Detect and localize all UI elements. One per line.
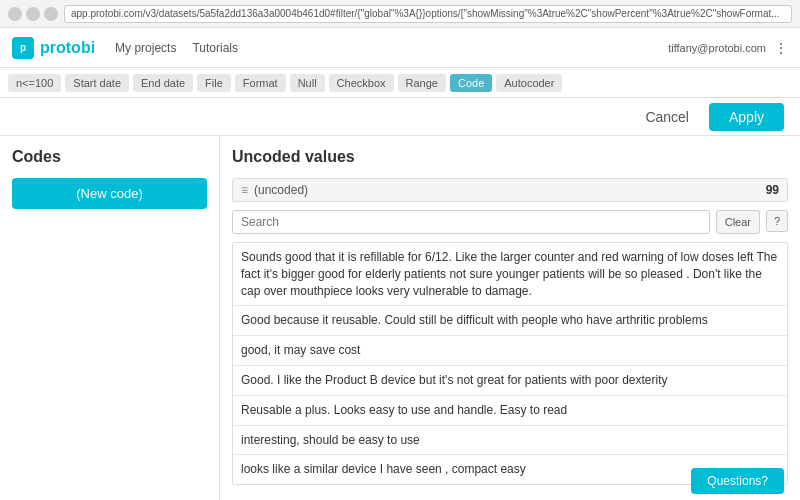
nav-my-projects[interactable]: My projects bbox=[115, 41, 176, 55]
new-code-button[interactable]: (New code) bbox=[12, 178, 207, 209]
list-item[interactable]: Sounds good that it is refillable for 6/… bbox=[233, 243, 787, 306]
logo[interactable]: p protobi bbox=[12, 37, 95, 59]
logo-icon: p bbox=[12, 37, 34, 59]
filter-tab-end-date[interactable]: End date bbox=[133, 74, 193, 92]
user-email: tiffany@protobi.com bbox=[668, 42, 766, 54]
questions-button[interactable]: Questions? bbox=[691, 468, 784, 494]
filter-tab-checkbox[interactable]: Checkbox bbox=[329, 74, 394, 92]
questions-bar: Questions? bbox=[675, 462, 800, 500]
help-button[interactable]: ? bbox=[766, 210, 788, 232]
browser-back[interactable] bbox=[8, 7, 22, 21]
filter-tab-autocoder[interactable]: Autocoder bbox=[496, 74, 562, 92]
logo-text: protobi bbox=[40, 39, 95, 57]
filter-tab-file[interactable]: File bbox=[197, 74, 231, 92]
menu-icon[interactable]: ⋮ bbox=[774, 40, 788, 56]
cancel-button[interactable]: Cancel bbox=[635, 105, 699, 129]
filter-tab-n<=100[interactable]: n<=100 bbox=[8, 74, 61, 92]
filter-tabs: n<=100Start dateEnd dateFileFormatNullCh… bbox=[0, 68, 800, 98]
uncoded-label: (uncoded) bbox=[254, 183, 760, 197]
list-item[interactable]: interesting, should be easy to use bbox=[233, 426, 787, 456]
list-item[interactable]: Good because it reusable. Could still be… bbox=[233, 306, 787, 336]
browser-reload[interactable] bbox=[44, 7, 58, 21]
nav-tutorials[interactable]: Tutorials bbox=[192, 41, 238, 55]
browser-controls bbox=[8, 7, 58, 21]
header-nav: My projects Tutorials bbox=[115, 41, 238, 55]
search-input[interactable] bbox=[232, 210, 710, 234]
apply-button[interactable]: Apply bbox=[709, 103, 784, 131]
values-list: Sounds good that it is refillable for 6/… bbox=[232, 242, 788, 485]
filter-tab-code[interactable]: Code bbox=[450, 74, 492, 92]
browser-forward[interactable] bbox=[26, 7, 40, 21]
uncoded-panel: Uncoded values ≡ (uncoded) 99 Clear ? So… bbox=[220, 136, 800, 500]
drag-icon: ≡ bbox=[241, 183, 248, 197]
app-header: p protobi My projects Tutorials tiffany@… bbox=[0, 28, 800, 68]
action-bar: Cancel Apply bbox=[0, 98, 800, 136]
address-bar[interactable]: app.protobi.com/v3/datasets/5a5fa2dd136a… bbox=[64, 5, 792, 23]
uncoded-label-row: ≡ (uncoded) 99 bbox=[232, 178, 788, 202]
filter-tab-start-date[interactable]: Start date bbox=[65, 74, 129, 92]
browser-bar: app.protobi.com/v3/datasets/5a5fa2dd136a… bbox=[0, 0, 800, 28]
codes-title: Codes bbox=[12, 148, 207, 166]
uncoded-count: 99 bbox=[766, 183, 779, 197]
header-right: tiffany@protobi.com ⋮ bbox=[668, 40, 788, 56]
list-item[interactable]: good, it may save cost bbox=[233, 336, 787, 366]
codes-panel: Codes (New code) bbox=[0, 136, 220, 500]
list-item[interactable]: Good. I like the Product B device but it… bbox=[233, 366, 787, 396]
header-left: p protobi My projects Tutorials bbox=[12, 37, 238, 59]
search-row: Clear ? bbox=[232, 210, 788, 234]
list-item[interactable]: Reusable a plus. Looks easy to use and h… bbox=[233, 396, 787, 426]
filter-tab-format[interactable]: Format bbox=[235, 74, 286, 92]
uncoded-title: Uncoded values bbox=[232, 148, 788, 166]
clear-button[interactable]: Clear bbox=[716, 210, 760, 234]
main-content: Codes (New code) Uncoded values ≡ (uncod… bbox=[0, 136, 800, 500]
filter-tab-null[interactable]: Null bbox=[290, 74, 325, 92]
filter-tab-range[interactable]: Range bbox=[398, 74, 446, 92]
